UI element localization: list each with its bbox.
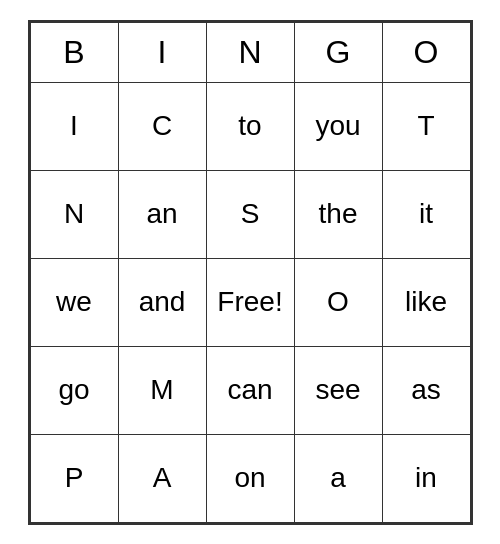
cell-r2-c2: Free! xyxy=(206,258,294,346)
bingo-card: B I N G O ICtoyouTNanStheitweandFree!Oli… xyxy=(28,20,473,525)
cell-r1-c4: it xyxy=(382,170,470,258)
cell-r0-c2: to xyxy=(206,82,294,170)
table-row: weandFree!Olike xyxy=(30,258,470,346)
cell-r1-c2: S xyxy=(206,170,294,258)
cell-r3-c2: can xyxy=(206,346,294,434)
cell-r3-c0: go xyxy=(30,346,118,434)
cell-r3-c4: as xyxy=(382,346,470,434)
cell-r4-c3: a xyxy=(294,434,382,522)
cell-r2-c0: we xyxy=(30,258,118,346)
cell-r4-c4: in xyxy=(382,434,470,522)
cell-r3-c1: M xyxy=(118,346,206,434)
cell-r3-c3: see xyxy=(294,346,382,434)
cell-r4-c2: on xyxy=(206,434,294,522)
table-row: PAonain xyxy=(30,434,470,522)
cell-r0-c3: you xyxy=(294,82,382,170)
cell-r1-c0: N xyxy=(30,170,118,258)
cell-r4-c0: P xyxy=(30,434,118,522)
cell-r2-c4: like xyxy=(382,258,470,346)
header-g: G xyxy=(294,22,382,82)
cell-r1-c1: an xyxy=(118,170,206,258)
table-row: goMcanseeas xyxy=(30,346,470,434)
cell-r0-c4: T xyxy=(382,82,470,170)
cell-r1-c3: the xyxy=(294,170,382,258)
cell-r2-c3: O xyxy=(294,258,382,346)
header-o: O xyxy=(382,22,470,82)
cell-r0-c0: I xyxy=(30,82,118,170)
header-i: I xyxy=(118,22,206,82)
header-row: B I N G O xyxy=(30,22,470,82)
table-row: ICtoyouT xyxy=(30,82,470,170)
header-n: N xyxy=(206,22,294,82)
bingo-table: B I N G O ICtoyouTNanStheitweandFree!Oli… xyxy=(30,22,471,523)
cell-r4-c1: A xyxy=(118,434,206,522)
cell-r2-c1: and xyxy=(118,258,206,346)
cell-r0-c1: C xyxy=(118,82,206,170)
table-row: NanStheit xyxy=(30,170,470,258)
header-b: B xyxy=(30,22,118,82)
